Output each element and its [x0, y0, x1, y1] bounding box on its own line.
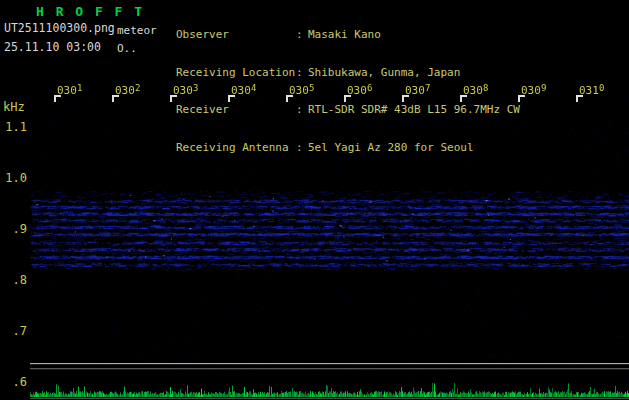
info-row-location: Receiving Location:Shibukawa, Gunma, Jap…	[176, 67, 520, 80]
time-tick-label: 0301	[57, 83, 82, 97]
time-tick-label: 0306	[347, 83, 372, 97]
info-label: Observer	[176, 29, 296, 42]
freq-axis-unit: kHz	[3, 100, 25, 114]
freq-tick-label: .8	[0, 273, 27, 287]
freq-tick-label: 1.1	[0, 120, 27, 134]
info-value: Shibukawa, Gunma, Japan	[308, 66, 460, 79]
time-tick-label: 0307	[405, 83, 430, 97]
time-tick-label: 0310	[579, 83, 604, 97]
capture-datetime: 25.11.10 03:00	[4, 40, 101, 54]
freq-tick-label: .6	[0, 375, 27, 389]
time-tick-label: 0309	[521, 83, 546, 97]
time-tick-label: 0305	[289, 83, 314, 97]
time-tick-label: 0304	[231, 83, 256, 97]
station-name: meteor	[117, 24, 157, 37]
hrofft-spectrogram-screen: H R O F F T UT2511100300.png meteor 25.1…	[0, 0, 629, 400]
observer-code: O..	[117, 42, 137, 55]
spectrogram-canvas	[30, 95, 629, 400]
freq-tick-label: .9	[0, 222, 27, 236]
freq-tick-label: .7	[0, 324, 27, 338]
info-label: Receiving Location	[176, 67, 296, 80]
info-row-observer: Observer:Masaki Kano	[176, 29, 520, 42]
time-tick-label: 0308	[463, 83, 488, 97]
colon: :	[296, 29, 308, 42]
freq-tick-label: 1.0	[0, 171, 27, 185]
colon: :	[296, 67, 308, 80]
info-value: Masaki Kano	[308, 28, 381, 41]
time-tick-label: 0303	[173, 83, 198, 97]
time-tick-label: 0302	[115, 83, 140, 97]
app-title: H R O F F T	[36, 4, 144, 19]
capture-filename: UT2511100300.png	[4, 21, 115, 35]
